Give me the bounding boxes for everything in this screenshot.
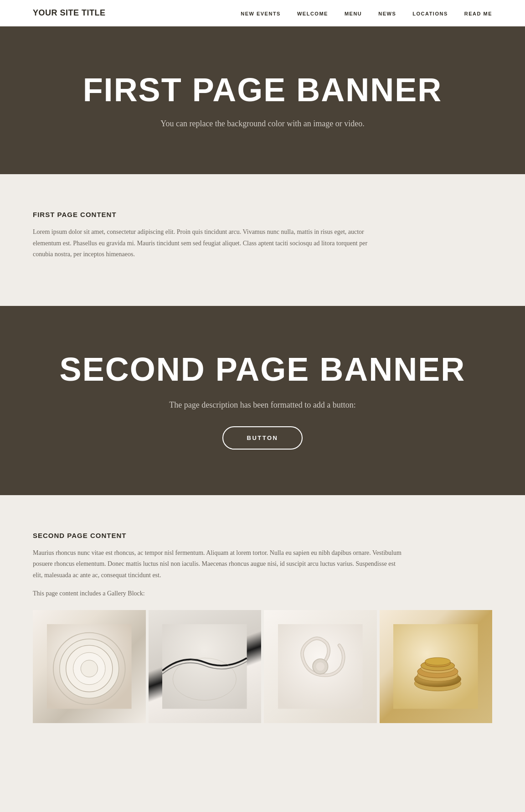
second-banner: Second Page Banner The page description … — [0, 306, 525, 495]
banner-button[interactable]: Button — [222, 426, 303, 450]
first-banner-heading: First Page Banner — [55, 72, 470, 108]
navigation: Your Site Title New Events Welcome Menu … — [0, 0, 525, 26]
second-content-body: Maurius rhoncus nunc vitae est rhoncus, … — [33, 548, 407, 581]
first-content-section: First Page Content Lorem ipsum dolor sit… — [0, 174, 525, 306]
nav-welcome[interactable]: Welcome — [297, 11, 328, 16]
svg-point-5 — [81, 660, 98, 677]
nav-read-me[interactable]: Read Me — [464, 11, 492, 16]
gallery-item[interactable] — [380, 610, 493, 723]
first-content-body: Lorem ipsum dolor sit amet, consectetur … — [33, 227, 388, 260]
svg-point-10 — [316, 662, 324, 671]
nav-links: New Events Welcome Menu News Locations R… — [241, 9, 492, 17]
nav-new-events[interactable]: New Events — [241, 11, 281, 16]
first-banner-description: You can replace the background color wit… — [55, 119, 470, 129]
gallery-item[interactable] — [149, 610, 262, 723]
nav-news[interactable]: News — [378, 11, 396, 16]
gallery-item[interactable] — [264, 610, 377, 723]
nav-menu[interactable]: Menu — [345, 11, 362, 16]
nav-locations[interactable]: Locations — [412, 11, 448, 16]
gallery-item[interactable] — [33, 610, 146, 723]
first-banner: First Page Banner You can replace the ba… — [0, 26, 525, 174]
second-banner-heading: Second Page Banner — [55, 352, 470, 388]
gallery — [33, 610, 492, 723]
second-content-heading: Second Page Content — [33, 532, 492, 539]
second-banner-description: The page description has been formatted … — [55, 400, 470, 410]
first-content-heading: First Page Content — [33, 211, 492, 218]
second-content-section: Second Page Content Maurius rhoncus nunc… — [0, 495, 525, 750]
site-title: Your Site Title — [33, 8, 106, 18]
svg-point-19 — [425, 658, 451, 666]
gallery-label: This page content includes a Gallery Blo… — [33, 590, 492, 597]
